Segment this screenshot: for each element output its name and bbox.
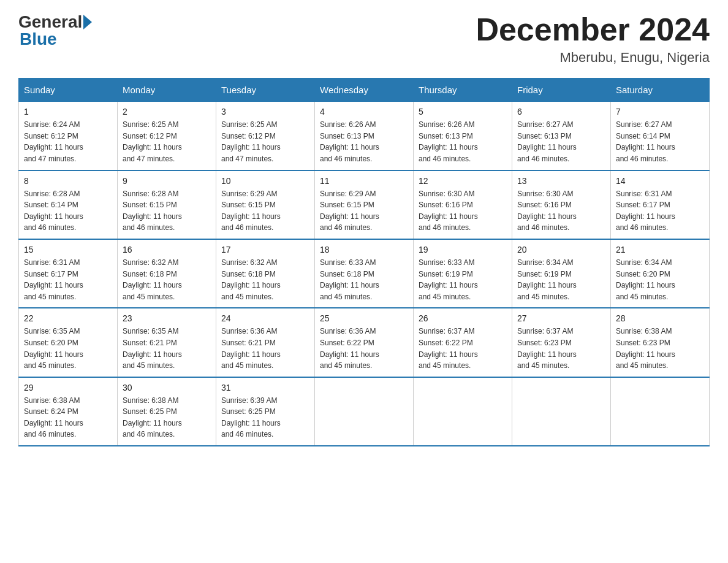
col-thursday: Thursday bbox=[414, 79, 512, 102]
day-number: 12 bbox=[419, 176, 507, 186]
table-row: 18Sunrise: 6:33 AMSunset: 6:18 PMDayligh… bbox=[315, 239, 414, 308]
day-info: Sunrise: 6:26 AMSunset: 6:13 PMDaylight:… bbox=[320, 119, 408, 164]
calendar-week-row: 8Sunrise: 6:28 AMSunset: 6:14 PMDaylight… bbox=[19, 170, 710, 239]
table-row: 9Sunrise: 6:28 AMSunset: 6:15 PMDaylight… bbox=[118, 170, 216, 239]
col-monday: Monday bbox=[118, 79, 216, 102]
day-info: Sunrise: 6:38 AMSunset: 6:25 PMDaylight:… bbox=[123, 395, 211, 440]
day-info: Sunrise: 6:32 AMSunset: 6:18 PMDaylight:… bbox=[123, 257, 211, 302]
day-info: Sunrise: 6:32 AMSunset: 6:18 PMDaylight:… bbox=[221, 257, 309, 302]
day-info: Sunrise: 6:37 AMSunset: 6:22 PMDaylight:… bbox=[419, 326, 507, 371]
day-number: 22 bbox=[24, 313, 112, 323]
table-row: 3Sunrise: 6:25 AMSunset: 6:12 PMDaylight… bbox=[216, 102, 315, 170]
table-row: 8Sunrise: 6:28 AMSunset: 6:14 PMDaylight… bbox=[19, 170, 118, 239]
day-number: 27 bbox=[517, 313, 605, 323]
day-info: Sunrise: 6:27 AMSunset: 6:13 PMDaylight:… bbox=[517, 119, 605, 164]
logo: General Blue bbox=[18, 12, 93, 49]
day-number: 11 bbox=[320, 176, 408, 186]
day-info: Sunrise: 6:25 AMSunset: 6:12 PMDaylight:… bbox=[221, 119, 309, 164]
table-row: 13Sunrise: 6:30 AMSunset: 6:16 PMDayligh… bbox=[512, 170, 611, 239]
day-number: 3 bbox=[221, 107, 309, 117]
month-title: December 2024 bbox=[476, 12, 710, 47]
table-row bbox=[512, 377, 611, 446]
day-number: 20 bbox=[517, 245, 605, 255]
table-row bbox=[315, 377, 414, 446]
day-number: 24 bbox=[221, 313, 309, 323]
day-number: 15 bbox=[24, 245, 112, 255]
day-info: Sunrise: 6:35 AMSunset: 6:21 PMDaylight:… bbox=[123, 326, 211, 371]
table-row: 5Sunrise: 6:26 AMSunset: 6:13 PMDaylight… bbox=[414, 102, 512, 170]
day-number: 26 bbox=[419, 313, 507, 323]
table-row: 23Sunrise: 6:35 AMSunset: 6:21 PMDayligh… bbox=[118, 308, 216, 377]
table-row: 22Sunrise: 6:35 AMSunset: 6:20 PMDayligh… bbox=[19, 308, 118, 377]
day-info: Sunrise: 6:36 AMSunset: 6:22 PMDaylight:… bbox=[320, 326, 408, 371]
day-info: Sunrise: 6:29 AMSunset: 6:15 PMDaylight:… bbox=[320, 188, 408, 234]
table-row: 29Sunrise: 6:38 AMSunset: 6:24 PMDayligh… bbox=[19, 377, 118, 446]
day-info: Sunrise: 6:39 AMSunset: 6:25 PMDaylight:… bbox=[221, 395, 309, 440]
day-number: 9 bbox=[123, 176, 211, 186]
day-number: 5 bbox=[419, 107, 507, 117]
table-row: 25Sunrise: 6:36 AMSunset: 6:22 PMDayligh… bbox=[315, 308, 414, 377]
day-info: Sunrise: 6:33 AMSunset: 6:19 PMDaylight:… bbox=[419, 257, 507, 302]
table-row: 30Sunrise: 6:38 AMSunset: 6:25 PMDayligh… bbox=[118, 377, 216, 446]
day-number: 4 bbox=[320, 107, 408, 117]
calendar-header-row: Sunday Monday Tuesday Wednesday Thursday… bbox=[19, 79, 710, 102]
table-row: 15Sunrise: 6:31 AMSunset: 6:17 PMDayligh… bbox=[19, 239, 118, 308]
table-row: 4Sunrise: 6:26 AMSunset: 6:13 PMDaylight… bbox=[315, 102, 414, 170]
table-row: 2Sunrise: 6:25 AMSunset: 6:12 PMDaylight… bbox=[118, 102, 216, 170]
day-info: Sunrise: 6:28 AMSunset: 6:15 PMDaylight:… bbox=[123, 188, 211, 234]
col-friday: Friday bbox=[512, 79, 611, 102]
col-saturday: Saturday bbox=[611, 79, 710, 102]
day-number: 16 bbox=[123, 245, 211, 255]
day-number: 7 bbox=[616, 107, 704, 117]
day-info: Sunrise: 6:25 AMSunset: 6:12 PMDaylight:… bbox=[123, 119, 211, 164]
location-subtitle: Mberubu, Enugu, Nigeria bbox=[476, 50, 710, 66]
day-number: 23 bbox=[123, 313, 211, 323]
calendar-week-row: 15Sunrise: 6:31 AMSunset: 6:17 PMDayligh… bbox=[19, 239, 710, 308]
table-row: 17Sunrise: 6:32 AMSunset: 6:18 PMDayligh… bbox=[216, 239, 315, 308]
table-row: 21Sunrise: 6:34 AMSunset: 6:20 PMDayligh… bbox=[611, 239, 710, 308]
table-row: 14Sunrise: 6:31 AMSunset: 6:17 PMDayligh… bbox=[611, 170, 710, 239]
day-number: 6 bbox=[517, 107, 605, 117]
calendar-table: Sunday Monday Tuesday Wednesday Thursday… bbox=[18, 78, 710, 446]
day-info: Sunrise: 6:36 AMSunset: 6:21 PMDaylight:… bbox=[221, 326, 309, 371]
day-info: Sunrise: 6:31 AMSunset: 6:17 PMDaylight:… bbox=[616, 188, 704, 234]
table-row: 31Sunrise: 6:39 AMSunset: 6:25 PMDayligh… bbox=[216, 377, 315, 446]
table-row: 6Sunrise: 6:27 AMSunset: 6:13 PMDaylight… bbox=[512, 102, 611, 170]
table-row: 11Sunrise: 6:29 AMSunset: 6:15 PMDayligh… bbox=[315, 170, 414, 239]
day-info: Sunrise: 6:27 AMSunset: 6:14 PMDaylight:… bbox=[616, 119, 704, 164]
day-info: Sunrise: 6:38 AMSunset: 6:23 PMDaylight:… bbox=[616, 326, 704, 371]
day-info: Sunrise: 6:31 AMSunset: 6:17 PMDaylight:… bbox=[24, 257, 112, 302]
table-row: 19Sunrise: 6:33 AMSunset: 6:19 PMDayligh… bbox=[414, 239, 512, 308]
logo-arrow-icon bbox=[83, 15, 92, 29]
day-number: 31 bbox=[221, 383, 309, 393]
table-row: 28Sunrise: 6:38 AMSunset: 6:23 PMDayligh… bbox=[611, 308, 710, 377]
day-number: 8 bbox=[24, 176, 112, 186]
day-info: Sunrise: 6:26 AMSunset: 6:13 PMDaylight:… bbox=[419, 119, 507, 164]
day-info: Sunrise: 6:37 AMSunset: 6:23 PMDaylight:… bbox=[517, 326, 605, 371]
day-number: 25 bbox=[320, 313, 408, 323]
day-info: Sunrise: 6:33 AMSunset: 6:18 PMDaylight:… bbox=[320, 257, 408, 302]
day-number: 1 bbox=[24, 107, 112, 117]
day-info: Sunrise: 6:24 AMSunset: 6:12 PMDaylight:… bbox=[24, 119, 112, 164]
day-number: 10 bbox=[221, 176, 309, 186]
day-number: 29 bbox=[24, 383, 112, 393]
table-row: 10Sunrise: 6:29 AMSunset: 6:15 PMDayligh… bbox=[216, 170, 315, 239]
day-info: Sunrise: 6:38 AMSunset: 6:24 PMDaylight:… bbox=[24, 395, 112, 440]
table-row: 16Sunrise: 6:32 AMSunset: 6:18 PMDayligh… bbox=[118, 239, 216, 308]
col-sunday: Sunday bbox=[19, 79, 118, 102]
day-info: Sunrise: 6:30 AMSunset: 6:16 PMDaylight:… bbox=[419, 188, 507, 234]
table-row bbox=[611, 377, 710, 446]
day-info: Sunrise: 6:35 AMSunset: 6:20 PMDaylight:… bbox=[24, 326, 112, 371]
table-row: 26Sunrise: 6:37 AMSunset: 6:22 PMDayligh… bbox=[414, 308, 512, 377]
table-row: 27Sunrise: 6:37 AMSunset: 6:23 PMDayligh… bbox=[512, 308, 611, 377]
day-number: 2 bbox=[123, 107, 211, 117]
day-info: Sunrise: 6:28 AMSunset: 6:14 PMDaylight:… bbox=[24, 188, 112, 234]
table-row: 24Sunrise: 6:36 AMSunset: 6:21 PMDayligh… bbox=[216, 308, 315, 377]
day-number: 17 bbox=[221, 245, 309, 255]
day-number: 21 bbox=[616, 245, 704, 255]
table-row: 1Sunrise: 6:24 AMSunset: 6:12 PMDaylight… bbox=[19, 102, 118, 170]
day-number: 28 bbox=[616, 313, 704, 323]
table-row: 7Sunrise: 6:27 AMSunset: 6:14 PMDaylight… bbox=[611, 102, 710, 170]
day-number: 13 bbox=[517, 176, 605, 186]
day-info: Sunrise: 6:30 AMSunset: 6:16 PMDaylight:… bbox=[517, 188, 605, 234]
